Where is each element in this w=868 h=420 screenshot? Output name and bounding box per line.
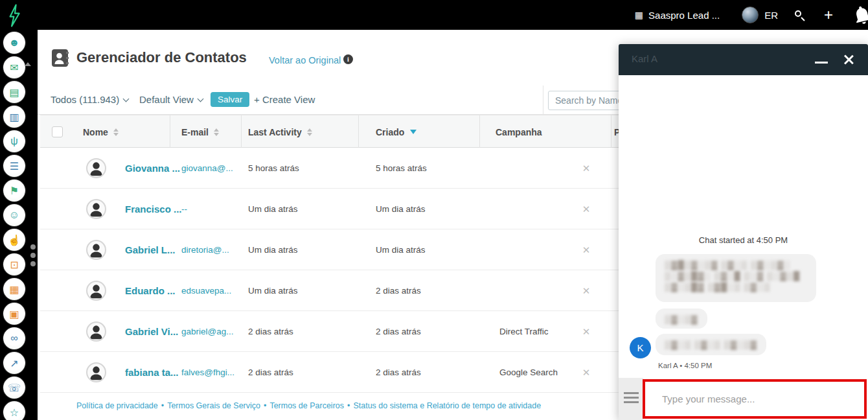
sort-icon [307,128,312,136]
sort-icon [214,128,219,136]
contact-email-link[interactable]: diretoria@... [181,229,229,270]
column-header-last-activity[interactable]: Last Activity [248,115,312,148]
building-icon: ▦ [635,10,643,19]
notification-bell-icon[interactable] [849,0,868,30]
contact-name-link[interactable]: fabiana ta... [125,352,179,393]
last-activity-cell: 2 dias atrás [248,352,293,393]
sidebar: ☻ ✉ ▤ ▥ ψ ☰ ⚑ ☺ ☝ ⊡ ▦ ▣ ∞ ↗ ☏ ☆ [0,30,38,420]
separator-dot: • [347,401,350,410]
contact-name-link[interactable]: Gabriel Vi... [125,311,178,352]
sidebar-item-deals-icon[interactable]: ∞ [3,327,25,349]
column-divider [611,115,611,148]
user-menu[interactable]: ER [742,6,778,23]
toolbar-divider [543,86,543,115]
created-cell: 2 dias atrás [376,270,421,311]
privacy-policy-link[interactable]: Política de privacidade [76,401,158,410]
back-to-original-link[interactable]: Voltar ao Original [269,55,341,65]
terms-of-service-link[interactable]: Termos Gerais de Serviço [167,401,260,410]
sidebar-scroll-up-icon[interactable] [25,62,31,66]
partner-terms-link[interactable]: Termos de Parceiros [269,401,344,410]
column-header-criado[interactable]: Criado [376,115,417,148]
created-cell: 2 dias atrás [376,311,421,352]
remove-row-icon[interactable]: ✕ [580,189,593,229]
sidebar-item-calendar-icon[interactable]: ▣ [3,303,25,325]
contact-name-link[interactable]: Eduardo ... [125,270,176,311]
chat-widget: Karl A Chat started at 4:50 PM ▒▓█▒▓░▒▓ … [619,44,868,420]
remove-row-icon[interactable]: ✕ [580,148,593,189]
remove-row-icon[interactable]: ✕ [580,229,593,270]
select-all-checkbox[interactable] [52,115,63,148]
last-activity-cell: Um dia atrás [248,229,298,270]
brand-logo-bolt-icon[interactable] [5,3,25,28]
chat-footer [619,378,868,420]
remove-row-icon[interactable]: ✕ [580,352,593,393]
remove-row-icon[interactable]: ✕ [580,270,593,311]
created-cell: Um dia atrás [376,189,426,229]
contact-email-link[interactable]: -- [181,189,187,229]
sidebar-item-add-user-icon[interactable]: ☆ [3,401,25,420]
user-initials: ER [764,10,778,21]
chat-header: Karl A [619,44,868,75]
created-cell: 2 dias atrás [376,352,421,393]
column-header-campanha[interactable]: Campanha [496,115,542,148]
contact-avatar [86,321,106,342]
separator-dot: • [264,401,266,410]
user-avatar [742,6,759,23]
sidebar-item-docs-icon[interactable]: ▥ [3,106,25,128]
contact-email-link[interactable]: giovanna@... [181,148,233,189]
contact-book-icon [51,49,69,67]
app-root: ▦ Saaspro Lead ... ER + ☻ ✉ ▤ ▥ ψ ☰ ⚑ ☺ … [0,0,868,420]
contact-email-link[interactable]: edsuavepa... [181,270,231,311]
contact-email-link[interactable]: gabriel@ag... [181,311,234,352]
contact-name-link[interactable]: Francisco ... [125,189,182,229]
chat-sender-avatar: K [630,337,651,358]
menu-icon[interactable] [624,392,639,406]
sidebar-item-social-icon[interactable]: ☝ [3,229,25,251]
chat-message-input[interactable] [645,382,864,416]
close-icon[interactable] [842,53,855,66]
contact-avatar [86,240,106,260]
sidebar-item-tv-icon[interactable]: ⊡ [3,253,25,275]
sidebar-item-support-icon[interactable]: ☏ [3,377,25,399]
page-title: Gerenciador de Contatos [76,49,247,66]
contact-avatar [86,362,106,382]
remove-row-icon[interactable]: ✕ [580,311,593,352]
sidebar-item-lists-icon[interactable]: ☰ [3,155,25,177]
created-cell: Um dia atrás [376,229,426,270]
chat-title: Karl A [632,53,657,64]
sidebar-item-reports-icon[interactable]: ↗ [3,352,25,374]
contact-email-link[interactable]: falves@fhgi... [181,352,234,393]
column-header-email[interactable]: E-mail [181,115,219,148]
sidebar-item-email-icon[interactable]: ✉ [3,56,25,78]
chat-footer-strip [619,378,643,420]
app-name: Saaspro Lead ... [648,10,720,21]
panel-drag-handle[interactable] [30,244,37,270]
last-activity-cell: 2 dias atrás [248,311,293,352]
contact-name-link[interactable]: Gabriel L... [125,229,176,270]
column-divider [479,115,480,148]
add-new-icon[interactable]: + [824,7,833,23]
search-icon[interactable] [795,10,805,20]
filter-dropdown[interactable]: Todos (111.943) [51,94,128,105]
contact-avatar [86,199,106,219]
info-icon[interactable]: i [343,54,353,64]
contact-avatar [86,281,106,301]
last-activity-cell: 5 horas atrás [248,148,299,189]
sidebar-item-media-icon[interactable]: ▦ [3,278,25,300]
sidebar-item-chat-icon[interactable]: ☺ [3,204,25,226]
sidebar-item-workflows-icon[interactable]: ψ [3,130,25,152]
contact-name-link[interactable]: Giovanna ... [125,148,180,189]
minimize-icon[interactable] [815,62,828,64]
create-view-link[interactable]: + Create View [254,94,315,105]
account-switcher[interactable]: ▦ Saaspro Lead ... [635,10,720,21]
chat-started-label: Chat started at 4:50 PM [619,235,868,245]
chevron-down-icon [197,96,203,102]
column-header-nome[interactable]: Nome [83,115,119,148]
view-dropdown[interactable]: Default View [139,94,203,105]
sidebar-item-campaigns-icon[interactable]: ⚑ [3,180,25,202]
sidebar-item-tasks-icon[interactable]: ▤ [3,81,25,103]
system-status-link[interactable]: Status do sistema e Relatório de tempo d… [353,401,541,410]
campaign-cell: Direct Traffic [499,311,549,352]
save-view-button[interactable]: Salvar [211,92,249,107]
sidebar-item-contacts-icon[interactable]: ☻ [3,32,25,54]
